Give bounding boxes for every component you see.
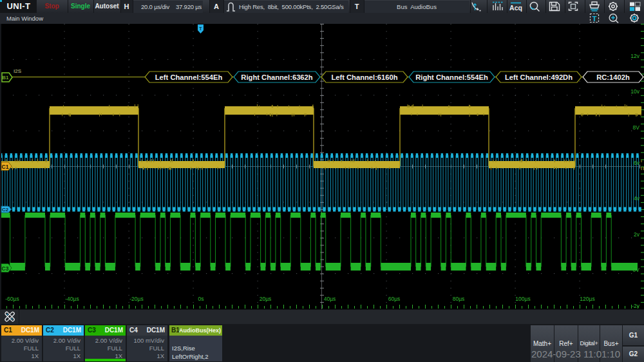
svg-text:-40µs: -40µs	[65, 296, 79, 302]
svg-text:6v: 6v	[634, 160, 640, 166]
svg-text:Acq: Acq	[509, 4, 522, 12]
svg-text:12v: 12v	[630, 53, 639, 59]
svg-text:T: T	[199, 26, 202, 31]
svg-text:2v: 2v	[634, 231, 640, 238]
svg-text:10v: 10v	[630, 88, 639, 95]
svg-text:Left Channel:554Eh: Left Channel:554Eh	[155, 73, 223, 81]
svg-text:60µs: 60µs	[388, 296, 401, 302]
svg-text:-20µs: -20µs	[129, 296, 143, 302]
svg-text:B1: B1	[3, 75, 9, 81]
svg-text:RC:1402h: RC:1402h	[596, 73, 630, 81]
svg-text:80µs: 80µs	[453, 296, 465, 302]
svg-text:40µs: 40µs	[324, 296, 336, 302]
svg-text:100µs: 100µs	[515, 296, 530, 302]
svg-text:-2v: -2v	[632, 303, 640, 309]
svg-text:Left Channel:492Dh: Left Channel:492Dh	[505, 73, 573, 81]
svg-text:Right Channel:554Eh: Right Channel:554Eh	[415, 73, 488, 81]
svg-text:-60µs: -60µs	[5, 296, 19, 302]
svg-text:C2: C2	[2, 207, 9, 213]
svg-text:C3: C3	[2, 265, 9, 272]
svg-text:0V: 0V	[633, 267, 640, 273]
svg-text:I2S: I2S	[14, 68, 21, 74]
svg-text:8V: 8V	[633, 124, 640, 131]
svg-text:0s: 0s	[198, 296, 204, 302]
svg-text:Left Channel:6160h: Left Channel:6160h	[331, 73, 397, 81]
svg-text:C1: C1	[2, 164, 9, 170]
svg-text:4v: 4v	[634, 195, 640, 202]
svg-text:Right Channel:6362h: Right Channel:6362h	[241, 73, 312, 81]
svg-text:T: T	[592, 15, 596, 23]
svg-text:20µs: 20µs	[260, 296, 272, 302]
svg-text:120µs: 120µs	[580, 296, 594, 302]
